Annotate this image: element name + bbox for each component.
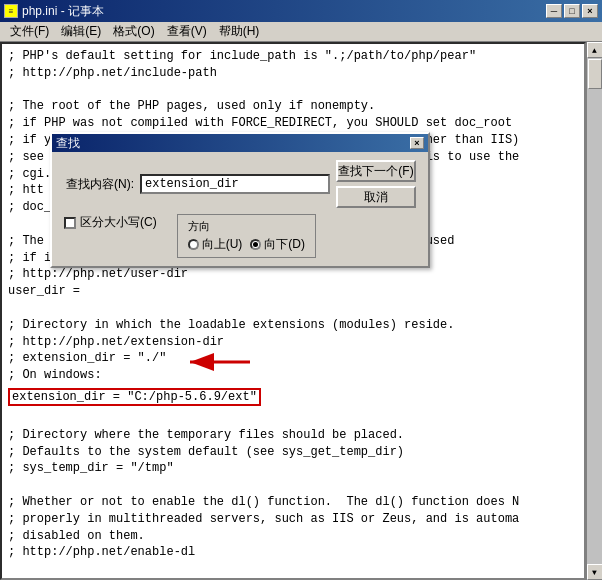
dialog-title-text: 查找	[56, 135, 80, 152]
radio-up-item: 向上(U)	[188, 236, 243, 253]
menu-help[interactable]: 帮助(H)	[213, 22, 266, 41]
app-icon: ≡	[4, 4, 18, 18]
scroll-up-button[interactable]: ▲	[587, 42, 603, 58]
radio-down[interactable]	[250, 239, 261, 250]
dialog-buttons: 查找下一个(F) 取消	[336, 160, 416, 208]
radio-down-label: 向下(D)	[264, 236, 305, 253]
scroll-thumb[interactable]	[588, 59, 602, 89]
cancel-button[interactable]: 取消	[336, 186, 416, 208]
title-bar-buttons: ─ □ ×	[546, 4, 598, 18]
maximize-button[interactable]: □	[564, 4, 580, 18]
case-sensitive-checkbox[interactable]	[64, 217, 76, 229]
menu-view[interactable]: 查看(V)	[161, 22, 213, 41]
highlighted-line-container: extension_dir = "C:/php-5.6.9/ext"	[2, 388, 584, 406]
dialog-close-button[interactable]: ×	[410, 137, 424, 149]
radio-up[interactable]	[188, 239, 199, 250]
editor-content-below: ; Directory where the temporary files sh…	[2, 406, 584, 565]
title-bar-left: ≡ php.ini - 记事本	[4, 3, 104, 20]
direction-label: 方向	[188, 219, 305, 234]
minimize-button[interactable]: ─	[546, 4, 562, 18]
dialog-body: 查找内容(N): 查找下一个(F) 取消 区分大小写(C) 方向	[52, 152, 428, 266]
vertical-scrollbar[interactable]: ▲ ▼	[586, 42, 602, 580]
highlighted-line: extension_dir = "C:/php-5.6.9/ext"	[8, 388, 261, 406]
scroll-down-button[interactable]: ▼	[587, 564, 603, 580]
dialog-options: 区分大小写(C) 方向 向上(U) 向下(D)	[64, 214, 416, 258]
main-area: ; PHP's default setting for include_path…	[0, 42, 602, 580]
find-next-button[interactable]: 查找下一个(F)	[336, 160, 416, 182]
case-sensitive-option: 区分大小写(C)	[64, 214, 157, 231]
search-input[interactable]	[140, 174, 330, 194]
radio-up-label: 向上(U)	[202, 236, 243, 253]
direction-radio-row: 向上(U) 向下(D)	[188, 236, 305, 253]
direction-group: 方向 向上(U) 向下(D)	[177, 214, 316, 258]
scroll-track[interactable]	[587, 58, 603, 564]
case-sensitive-label: 区分大小写(C)	[80, 214, 157, 231]
search-label: 查找内容(N):	[64, 176, 134, 193]
radio-down-item: 向下(D)	[250, 236, 305, 253]
title-bar: ≡ php.ini - 记事本 ─ □ ×	[0, 0, 602, 22]
menu-format[interactable]: 格式(O)	[107, 22, 160, 41]
text-editor[interactable]: ; PHP's default setting for include_path…	[0, 42, 586, 580]
close-button[interactable]: ×	[582, 4, 598, 18]
menu-bar: 文件(F) 编辑(E) 格式(O) 查看(V) 帮助(H)	[0, 22, 602, 42]
menu-edit[interactable]: 编辑(E)	[55, 22, 107, 41]
search-row: 查找内容(N): 查找下一个(F) 取消	[64, 160, 416, 208]
dialog-title-bar: 查找 ×	[52, 134, 428, 152]
find-dialog: 查找 × 查找内容(N): 查找下一个(F) 取消 区分大小写(C)	[50, 132, 430, 268]
window-title: php.ini - 记事本	[22, 3, 104, 20]
menu-file[interactable]: 文件(F)	[4, 22, 55, 41]
